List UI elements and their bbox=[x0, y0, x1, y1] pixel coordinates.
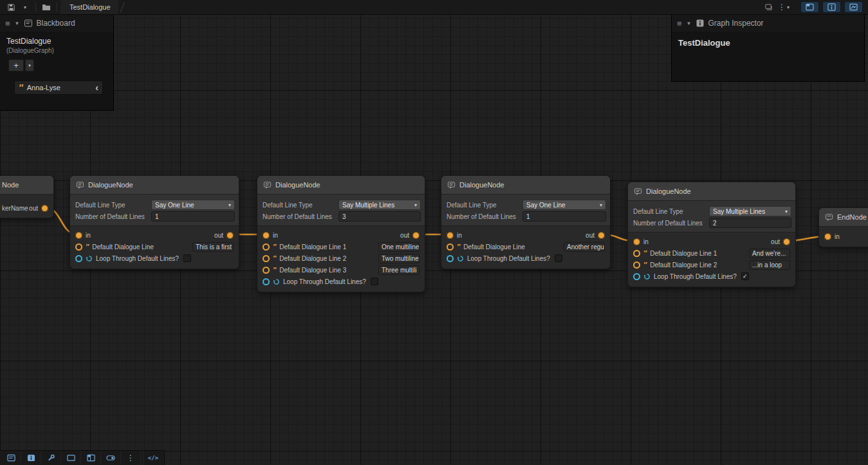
inspector-panel-button[interactable] bbox=[21, 451, 41, 465]
loop-port-icon[interactable] bbox=[75, 255, 82, 262]
port-out-icon[interactable] bbox=[783, 238, 790, 245]
input-port[interactable]: in bbox=[824, 233, 840, 240]
toggle-blackboard-button[interactable] bbox=[800, 1, 819, 13]
display-toggle-button[interactable] bbox=[101, 451, 121, 465]
blackboard-add-row: + ▾ bbox=[0, 54, 113, 71]
port-out-icon[interactable] bbox=[412, 232, 420, 239]
line-port-icon[interactable] bbox=[263, 267, 270, 274]
port-in-icon[interactable] bbox=[633, 238, 640, 245]
port-in-icon[interactable] bbox=[447, 232, 454, 239]
port-out-icon[interactable] bbox=[226, 232, 234, 239]
layers-button[interactable] bbox=[762, 1, 776, 14]
dialogue-line-field[interactable]: One multiline bbox=[378, 242, 420, 252]
output-port[interactable]: out bbox=[214, 232, 234, 239]
output-port[interactable]: out bbox=[586, 232, 605, 239]
num-lines-label: Number of Default Lines bbox=[632, 220, 709, 227]
dialogue-line-field[interactable]: And we're... bbox=[749, 249, 790, 258]
add-property-button[interactable]: + bbox=[8, 59, 24, 71]
end-node[interactable]: EndNode in bbox=[818, 207, 868, 247]
dialogue-node-4[interactable]: DialogueNode Default Line Type Say Multi… bbox=[627, 182, 796, 287]
node-title-bar[interactable]: DialogueNode bbox=[441, 176, 610, 195]
collapse-caret-icon[interactable]: ▼ bbox=[15, 21, 20, 26]
input-port[interactable]: in bbox=[633, 238, 649, 245]
dialogue-line-field[interactable]: ...in a loop bbox=[749, 260, 790, 270]
output-port[interactable]: out bbox=[771, 238, 790, 245]
quote-icon: ″ bbox=[273, 255, 276, 262]
num-lines-field[interactable]: 2 bbox=[709, 218, 791, 228]
loop-port-icon[interactable] bbox=[263, 278, 270, 285]
port-in-icon[interactable] bbox=[75, 232, 82, 239]
input-port[interactable]: in bbox=[447, 232, 462, 239]
node-title-bar[interactable]: DialogueNode bbox=[628, 182, 795, 201]
node-body: in out ″ Default Dialogue Line This is a… bbox=[70, 226, 239, 269]
node-title-bar[interactable]: EndNode bbox=[819, 208, 868, 227]
loop-checkbox[interactable] bbox=[371, 278, 378, 285]
port-out-icon[interactable] bbox=[598, 232, 605, 239]
blackboard-item-anna-lyse[interactable]: ″ Anna-Lyse ‹ bbox=[14, 81, 103, 95]
loop-checkbox[interactable] bbox=[555, 254, 562, 262]
dialogue-node-2[interactable]: DialogueNode Default Line Type Say Multi… bbox=[257, 175, 425, 292]
minimap-button[interactable] bbox=[61, 451, 81, 465]
toggle-icon bbox=[106, 454, 115, 462]
loop-port-icon[interactable] bbox=[447, 255, 454, 262]
node-properties: Default Line Type Say One Line ▾ Number … bbox=[70, 195, 239, 226]
line-port-icon[interactable] bbox=[633, 250, 640, 257]
loop-checkbox[interactable]: ✓ bbox=[741, 272, 749, 280]
breadcrumb-tab-testdialogue[interactable]: TestDialogue bbox=[60, 0, 118, 14]
layout-panels-button[interactable] bbox=[81, 451, 101, 465]
blackboard-panel-button[interactable] bbox=[1, 451, 21, 465]
dialogue-line-field[interactable]: Two multiline bbox=[378, 254, 420, 263]
dialogue-node-3[interactable]: DialogueNode Default Line Type Say One L… bbox=[441, 175, 611, 269]
num-lines-field[interactable]: 3 bbox=[338, 211, 421, 222]
open-folder-button[interactable] bbox=[39, 1, 53, 14]
collapse-caret-icon[interactable]: ▼ bbox=[687, 21, 692, 26]
line-port-icon[interactable] bbox=[263, 255, 270, 262]
node-title-bar[interactable]: DialogueNode bbox=[257, 176, 425, 195]
line-type-dropdown[interactable]: Say Multiple Lines ▾ bbox=[338, 200, 421, 210]
output-port[interactable]: out bbox=[29, 205, 48, 212]
dialogue-node-1[interactable]: DialogueNode Default Line Type Say One L… bbox=[69, 175, 239, 269]
save-dropdown-button[interactable]: ▾ bbox=[18, 1, 32, 14]
dialogue-line-field[interactable]: Three multili bbox=[378, 265, 420, 275]
input-port[interactable]: in bbox=[75, 232, 91, 239]
chevron-left-icon[interactable]: ‹ bbox=[95, 83, 98, 92]
toggle-inspector-button[interactable] bbox=[822, 1, 841, 13]
add-property-dropdown-button[interactable]: ▾ bbox=[25, 59, 34, 71]
port-out-icon[interactable] bbox=[41, 205, 48, 212]
line-port-icon[interactable] bbox=[633, 261, 640, 269]
line-port-icon[interactable] bbox=[75, 243, 82, 251]
node-title-bar[interactable]: DialogueNode bbox=[70, 176, 239, 195]
line-port-icon[interactable] bbox=[263, 243, 270, 251]
num-lines-field[interactable]: 1 bbox=[151, 211, 235, 222]
more-options-button[interactable]: ⋮ bbox=[121, 451, 141, 465]
line-type-dropdown[interactable]: Say Multiple Lines ▾ bbox=[709, 206, 791, 216]
loop-port-icon[interactable] bbox=[633, 273, 640, 280]
menu-icon[interactable]: ≡ bbox=[677, 19, 682, 28]
line-type-dropdown[interactable]: Say One Line ▾ bbox=[522, 200, 606, 210]
speaker-node-partial[interactable]: Node kerName out bbox=[0, 175, 54, 218]
input-port[interactable]: in bbox=[263, 232, 278, 239]
port-in-icon[interactable] bbox=[824, 233, 831, 240]
dialogue-line-field[interactable]: This is a first bbox=[192, 242, 234, 252]
line-type-value: Say One Line bbox=[526, 202, 566, 209]
num-lines-field[interactable]: 1 bbox=[522, 211, 606, 222]
output-port[interactable]: out bbox=[400, 232, 420, 239]
toggle-minimap-button[interactable] bbox=[844, 1, 863, 13]
save-button[interactable] bbox=[4, 1, 18, 14]
toolbar-separator bbox=[57, 3, 57, 12]
line-port-icon[interactable] bbox=[447, 243, 454, 251]
blackboard-header[interactable]: ≡ ▼ Blackboard bbox=[0, 15, 113, 32]
graph-inspector-header[interactable]: ≡ ▼ Graph Inspector bbox=[672, 15, 864, 32]
dialogue-line-label: Default Dialogue Line 2 bbox=[279, 255, 375, 262]
dialogue-line-field[interactable]: Another regu bbox=[564, 242, 605, 252]
script-button[interactable]: </> bbox=[143, 451, 163, 465]
port-in-icon[interactable] bbox=[263, 232, 270, 239]
node-title-bar[interactable]: Node bbox=[0, 176, 53, 195]
tools-button[interactable] bbox=[41, 451, 61, 465]
dialogue-line-label: Default Dialogue Line 1 bbox=[650, 250, 746, 257]
node-title: DialogueNode bbox=[646, 187, 691, 195]
menu-icon[interactable]: ≡ bbox=[5, 19, 10, 28]
line-type-dropdown[interactable]: Say One Line ▾ bbox=[151, 200, 235, 210]
overflow-menu-button[interactable]: ⋮ ▾ bbox=[776, 1, 791, 14]
loop-checkbox[interactable] bbox=[183, 254, 191, 262]
